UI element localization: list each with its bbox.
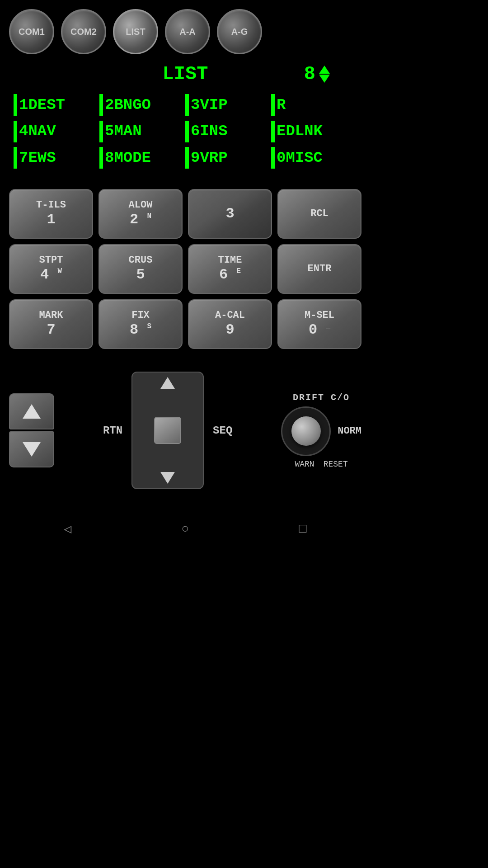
acal-button[interactable]: A-CAL 9	[188, 299, 272, 349]
grid-item-9[interactable]: 9VRP	[185, 145, 271, 171]
grid-text-6: 6INS	[191, 119, 228, 143]
drift-row: NORM	[281, 406, 361, 456]
grid-text-9: 9VRP	[191, 146, 228, 170]
grid-bar-0	[271, 147, 275, 169]
tils-button[interactable]: T-ILS 1	[9, 189, 93, 239]
grid-bar-2	[99, 94, 103, 116]
three-button[interactable]: 3	[188, 189, 272, 239]
com1-button[interactable]: COM 1	[9, 9, 54, 54]
grid-text-5: 5MAN	[105, 119, 142, 143]
grid-text-r: R	[277, 93, 286, 117]
drift-knob[interactable]	[281, 406, 331, 456]
grid-text-8: 8MODE	[105, 146, 151, 170]
up-arrow-icon	[23, 404, 41, 419]
back-button[interactable]: ◁	[64, 521, 72, 537]
drift-knob-inner	[291, 416, 321, 446]
grid-item-8[interactable]: 8MODE	[99, 145, 185, 171]
norm-label: NORM	[338, 425, 361, 437]
grid-item-0[interactable]: 0MISC	[271, 145, 357, 171]
grid-item-2[interactable]: 2BNGO	[99, 92, 185, 118]
grid-bar-5	[99, 121, 103, 142]
grid-bar-1	[14, 94, 17, 116]
ag-button[interactable]: A-G	[217, 9, 262, 54]
drift-label: DRIFT C/O	[293, 392, 350, 403]
grid-text-1: 1DEST	[19, 93, 65, 117]
dpad[interactable]	[131, 372, 204, 489]
list-number: 8	[304, 63, 315, 85]
mark-button[interactable]: MARK 7	[9, 299, 93, 349]
alow-button[interactable]: ALOW 2 N	[99, 189, 183, 239]
grid-text-7: 7EWS	[19, 146, 56, 170]
entr-button[interactable]: ENTR	[277, 244, 361, 294]
dpad-center-button[interactable]	[154, 417, 181, 444]
grid-item-e[interactable]: EDLNK	[271, 118, 357, 144]
drift-labels: WARN RESET	[295, 460, 347, 469]
grid-bar-9	[185, 147, 189, 169]
rtn-label: RTN	[103, 425, 122, 437]
updown-control	[9, 393, 54, 467]
list-arrow-control[interactable]	[319, 66, 330, 83]
grid-bar-r	[271, 94, 275, 116]
msel-button[interactable]: M-SEL 0 _	[277, 299, 361, 349]
grid-item-7[interactable]: 7EWS	[14, 145, 99, 171]
list-button[interactable]: LIST	[113, 9, 158, 54]
grid-bar-7	[14, 147, 17, 169]
reset-label: RESET	[324, 460, 348, 469]
grid-text-2: 2BNGO	[105, 93, 151, 117]
bottom-controls: RTN SEQ DRIFT C/O NORM	[0, 363, 371, 498]
grid-item-5[interactable]: 5MAN	[99, 118, 185, 144]
grid-text-e: EDLNK	[277, 119, 323, 143]
list-header: LIST 8	[14, 63, 357, 85]
home-button[interactable]: ○	[182, 522, 189, 536]
list-grid: 1DEST 2BNGO 3VIP R 4NAV 5MAN 6INS	[14, 92, 357, 171]
top-nav: COM 1 COM 2 LIST A-A A-G	[0, 0, 371, 59]
grid-item-6[interactable]: 6INS	[185, 118, 271, 144]
grid-text-3: 3VIP	[191, 93, 228, 117]
stpt-button[interactable]: STPT 4 W	[9, 244, 93, 294]
keypad: T-ILS 1 ALOW 2 N 3 RCL STPT 4 W CRUS 5 T…	[0, 175, 371, 354]
com2-button[interactable]: COM 2	[61, 9, 106, 54]
grid-item-1[interactable]: 1DEST	[14, 92, 99, 118]
aa-button[interactable]: A-A	[165, 9, 210, 54]
down-button[interactable]	[9, 431, 54, 467]
seq-label: SEQ	[213, 425, 232, 437]
grid-text-0: 0MISC	[277, 146, 323, 170]
warn-label: WARN	[295, 460, 314, 469]
dpad-up-icon[interactable]	[160, 377, 175, 389]
rcl-button[interactable]: RCL	[277, 189, 361, 239]
grid-bar-3	[185, 94, 189, 116]
down-arrow-icon	[23, 442, 41, 457]
grid-bar-e	[271, 121, 275, 142]
grid-bar-6	[185, 121, 189, 142]
grid-item-4[interactable]: 4NAV	[14, 118, 99, 144]
dpad-container: RTN SEQ	[54, 372, 281, 489]
list-display: LIST 8 1DEST 2BNGO 3VIP R	[0, 59, 371, 175]
fix-button[interactable]: FIX 8 S	[99, 299, 183, 349]
grid-bar-4	[14, 121, 17, 142]
grid-item-r[interactable]: R	[271, 92, 357, 118]
list-arrow-down[interactable]	[319, 75, 330, 83]
drift-knob-outer	[281, 406, 331, 456]
dpad-diamond	[131, 372, 204, 489]
up-button[interactable]	[9, 393, 54, 429]
drift-control: DRIFT C/O NORM WARN RESET	[281, 392, 361, 469]
grid-item-3[interactable]: 3VIP	[185, 92, 271, 118]
crus-button[interactable]: CRUS 5	[99, 244, 183, 294]
list-arrow-up[interactable]	[319, 66, 330, 74]
android-nav: ◁ ○ □	[0, 512, 371, 546]
list-number-control: 8	[304, 63, 330, 85]
time-button[interactable]: TIME 6 E	[188, 244, 272, 294]
recent-button[interactable]: □	[299, 522, 307, 536]
grid-bar-8	[99, 147, 103, 169]
dpad-down-icon[interactable]	[160, 472, 175, 484]
grid-text-4: 4NAV	[19, 119, 56, 143]
